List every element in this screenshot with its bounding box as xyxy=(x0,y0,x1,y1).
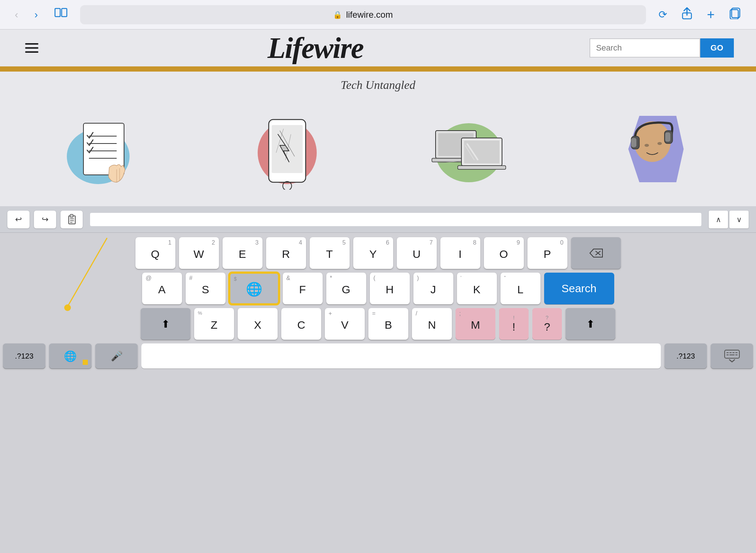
share-button[interactable] xyxy=(678,5,696,24)
search-button[interactable]: Search xyxy=(544,273,614,304)
key-label: .?123 xyxy=(676,352,695,360)
key-q[interactable]: 1 Q xyxy=(135,237,175,269)
site-search-input[interactable] xyxy=(590,38,700,58)
bookmarks-button[interactable] xyxy=(51,6,71,24)
key-s[interactable]: # S xyxy=(186,273,226,304)
key-letter: Z xyxy=(211,319,217,331)
key-e[interactable]: 3 E xyxy=(223,237,262,269)
key-j[interactable]: ) J xyxy=(413,273,453,304)
site-logo: Lifewire xyxy=(268,31,363,65)
url-bar[interactable]: 🔒 lifewire.com xyxy=(80,5,646,24)
key-d-globe[interactable]: $ 🌐 xyxy=(229,273,279,304)
key-space[interactable] xyxy=(141,343,661,369)
redo-button[interactable]: ↪ xyxy=(34,211,56,228)
key-letter: W xyxy=(193,248,204,260)
key-symbol: & xyxy=(286,275,291,281)
keyboard-row-1: 1 Q 2 W 3 E 4 R 5 T 6 Y xyxy=(3,237,753,269)
key-k[interactable]: ' K xyxy=(457,273,497,304)
key-number: 1 xyxy=(168,239,172,246)
undo-button[interactable]: ↩ xyxy=(7,211,30,228)
key-num123-right[interactable]: .?123 xyxy=(664,343,707,369)
key-excl[interactable]: ! ! xyxy=(499,308,529,340)
tagline: Tech Untangled xyxy=(0,72,756,96)
svg-rect-33 xyxy=(631,138,636,147)
hamburger-menu[interactable] xyxy=(22,40,41,56)
key-h[interactable]: ( H xyxy=(370,273,410,304)
key-letter: N xyxy=(428,319,436,331)
hero-item-laptops xyxy=(389,105,549,193)
tabs-button[interactable] xyxy=(726,5,745,24)
key-symbol: ( xyxy=(374,275,375,281)
key-shift-left[interactable]: ⬆ xyxy=(141,308,190,340)
key-p[interactable]: 0 P xyxy=(528,237,567,269)
hamburger-line xyxy=(25,47,38,49)
key-microphone[interactable]: 🎤 xyxy=(95,343,138,369)
key-label: .?123 xyxy=(15,352,33,360)
key-letter: I xyxy=(458,248,461,260)
key-a[interactable]: @ A xyxy=(142,273,182,304)
key-symbol: ! xyxy=(513,315,515,321)
site-search-go-button[interactable]: GO xyxy=(700,38,734,58)
key-letter: U xyxy=(413,248,421,260)
hero-item-notebook xyxy=(26,105,186,193)
key-l[interactable]: " L xyxy=(501,273,540,304)
key-t[interactable]: 5 T xyxy=(310,237,350,269)
key-num123-left[interactable]: .?123 xyxy=(3,343,45,369)
key-letter: E xyxy=(238,248,246,260)
key-question[interactable]: ? ? xyxy=(532,308,562,340)
key-u[interactable]: 7 U xyxy=(397,237,437,269)
key-z[interactable]: % Z xyxy=(194,308,234,340)
key-m[interactable]: ; M xyxy=(456,308,495,340)
key-letter: T xyxy=(326,248,333,260)
key-x[interactable]: X xyxy=(238,308,278,340)
key-w[interactable]: 2 W xyxy=(179,237,219,269)
key-symbol: = xyxy=(372,310,375,317)
keyboard-row-4: .?123 🌐 🎤 .?123 xyxy=(3,343,753,369)
back-button[interactable]: ‹ xyxy=(11,7,22,23)
key-number: 0 xyxy=(560,239,564,246)
key-letter: Q xyxy=(151,248,159,260)
key-f[interactable]: & F xyxy=(283,273,323,304)
key-v[interactable]: + V xyxy=(325,308,365,340)
svg-rect-45 xyxy=(725,350,739,358)
add-tab-button[interactable]: + xyxy=(703,5,718,25)
key-symbol: $ xyxy=(234,276,237,282)
key-letter: V xyxy=(341,319,348,331)
key-symbol: # xyxy=(189,275,193,281)
cursor-down-button[interactable]: ∨ xyxy=(729,211,749,228)
key-globe-bottom[interactable]: 🌐 xyxy=(49,343,92,369)
svg-rect-1 xyxy=(62,8,67,17)
cursor-up-button[interactable]: ∧ xyxy=(709,211,728,228)
forward-button[interactable]: › xyxy=(31,7,41,23)
key-symbol: ? xyxy=(546,315,549,321)
key-letter: Y xyxy=(369,248,377,260)
key-letter: K xyxy=(473,283,480,296)
key-i[interactable]: 8 I xyxy=(440,237,480,269)
keyboard-row-2: @ A # S $ 🌐 & F * G ( H xyxy=(3,273,753,304)
key-letter: M xyxy=(471,319,480,331)
key-number: 2 xyxy=(212,239,215,246)
key-b[interactable]: = B xyxy=(368,308,408,340)
paste-button[interactable] xyxy=(61,211,83,228)
key-symbol: " xyxy=(504,275,506,280)
key-n[interactable]: / N xyxy=(412,308,452,340)
reload-button[interactable]: ⟳ xyxy=(655,6,671,23)
key-g[interactable]: * G xyxy=(326,273,366,304)
key-letter: G xyxy=(342,283,350,296)
key-letter: J xyxy=(430,283,436,296)
key-o[interactable]: 9 O xyxy=(484,237,524,269)
toolbar-right-actions: ∧ ∨ xyxy=(709,211,749,228)
key-delete[interactable] xyxy=(571,237,621,269)
key-letter: ? xyxy=(544,321,550,333)
keyboard-toolbar: ↩ ↪ ∧ ∨ xyxy=(0,206,756,233)
key-letter: H xyxy=(386,283,394,296)
key-keyboard-hide[interactable] xyxy=(711,343,753,369)
key-r[interactable]: 4 R xyxy=(266,237,306,269)
key-symbol: % xyxy=(198,310,202,316)
key-shift-right[interactable]: ⬆ xyxy=(566,308,615,340)
key-y[interactable]: 6 Y xyxy=(353,237,393,269)
url-text: lifewire.com xyxy=(346,10,393,20)
key-c[interactable]: C xyxy=(281,308,321,340)
svg-rect-27 xyxy=(458,166,506,169)
globe-icon: 🌐 xyxy=(246,281,262,297)
